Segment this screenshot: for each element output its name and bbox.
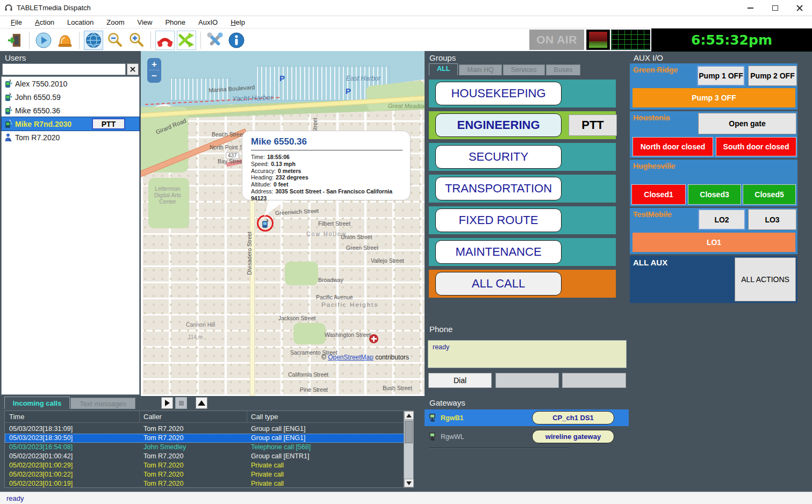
map-view[interactable]: Yacht Harbor East Harbor Great Meadow Ma… — [141, 51, 425, 396]
user-name: Mike R7nd.2030 — [15, 120, 71, 128]
info-button[interactable] — [227, 31, 246, 50]
exit-button[interactable] — [5, 31, 25, 50]
aux-button-lo2[interactable]: LO2 — [698, 209, 745, 230]
zoom-out-button[interactable] — [105, 31, 125, 50]
column-time[interactable]: Time — [9, 413, 24, 421]
phone-blank-button[interactable] — [562, 373, 626, 388]
map-water-label: East Harbor — [346, 75, 380, 82]
tab-text-messages[interactable]: Text messages — [70, 398, 135, 409]
users-search-input[interactable] — [2, 63, 126, 75]
start-button[interactable] — [34, 31, 53, 50]
call-row[interactable]: 05/03/2023[18:31:09]Tom R7.2020Group cal… — [5, 424, 404, 434]
group-button-maintenance[interactable]: MAINTENANCE — [435, 240, 562, 264]
menu-action[interactable]: Action — [28, 17, 61, 27]
aux-button-pump3[interactable]: Pump 3 OFF — [633, 88, 795, 107]
group-ptt-button[interactable]: PTT — [569, 114, 617, 136]
user-row-mike2-selected[interactable]: Mike R7nd.2030 PTT — [2, 117, 139, 131]
map-parking-marker[interactable]: P — [346, 87, 351, 96]
call-row[interactable]: 05/02/2023[01:00:42]Tom R7.2020Group cal… — [5, 452, 404, 461]
aux-button-lo1[interactable]: LO1 — [633, 233, 795, 252]
user-row-john[interactable]: John 6550.59 — [2, 90, 139, 104]
call-time: 05/03/2023[16:54:08] — [9, 443, 73, 451]
column-caller[interactable]: Caller — [143, 413, 162, 421]
scroll-up-button[interactable] — [404, 411, 414, 420]
aux-button-closed3[interactable]: Closed3 — [688, 184, 741, 205]
openstreetmap-link[interactable]: OpenStreetMap — [328, 354, 373, 361]
play-button[interactable] — [161, 397, 173, 409]
calls-scrollbar[interactable] — [404, 411, 413, 487]
scroll-thumb[interactable] — [405, 421, 413, 443]
call-row[interactable]: 05/02/2023[01:00:22]Tom R7.2020Private c… — [5, 470, 404, 479]
zoom-in-button[interactable] — [127, 31, 146, 50]
menu-zoom[interactable]: Zoom — [100, 17, 131, 27]
radio-marker-icon — [261, 219, 270, 228]
aux-button-open-gate[interactable]: Open gate — [698, 113, 796, 134]
call-row[interactable]: 05/03/2023[16:54:08]John SmedleyTelephon… — [5, 443, 404, 452]
map-zoom-in-button[interactable]: + — [148, 59, 161, 70]
group-button-transportation[interactable]: TRANSPORTATION — [435, 177, 562, 200]
gateway-row-rgwwl[interactable]: RgwWL wireline gateway — [425, 428, 629, 445]
map-street-label: Pacific Avenue — [316, 294, 353, 300]
stop-button[interactable] — [175, 397, 187, 409]
groups-tab-all[interactable]: ALL — [429, 63, 458, 75]
phone-call-button[interactable] — [155, 31, 175, 50]
menu-location[interactable]: Location — [61, 17, 100, 27]
call-row-selected[interactable]: 05/03/2023[18:30:50]Tom R7.2020Group cal… — [5, 434, 404, 443]
gateway-button-cp-ch1[interactable]: CP_ch1 DS1 — [532, 411, 614, 424]
user-row-alex[interactable]: Alex 7550.2010 — [2, 77, 139, 90]
groups-tabs: ALL Main HQ Services Buses — [429, 63, 581, 75]
users-search-clear-button[interactable] — [127, 63, 139, 75]
user-row-mike1[interactable]: Mike 6550.36 — [2, 104, 139, 117]
aux-button-north-door[interactable]: North door closed — [633, 137, 713, 156]
tab-incoming-calls[interactable]: Incoming calls — [4, 397, 70, 409]
up-button[interactable] — [196, 397, 207, 409]
gateway-row-rgwb1[interactable]: RgwB1 CP_ch1 DS1 — [425, 409, 629, 426]
group-button-fixed-route[interactable]: FIXED ROUTE — [435, 208, 562, 232]
aux-button-closed5[interactable]: Closed5 — [743, 184, 796, 205]
group-button-all-call[interactable]: ALL CALL — [435, 272, 562, 296]
gateway-button-wireline[interactable]: wireline gateway — [532, 430, 614, 443]
minimize-button[interactable] — [738, 0, 763, 16]
menu-phone[interactable]: Phone — [159, 17, 192, 27]
group-button-housekeeping[interactable]: HOUSEKEEPING — [435, 82, 562, 105]
aux-button-pump1[interactable]: Pump 1 OFF — [697, 66, 745, 86]
column-call-type[interactable]: Call type — [251, 413, 278, 421]
map-street-label: California Street — [288, 371, 328, 378]
crosspatch-button[interactable] — [177, 31, 196, 50]
menu-auxio[interactable]: AuxIO — [192, 17, 224, 27]
map-zoom-out-button[interactable]: − — [148, 70, 161, 82]
aux-button-all-actions[interactable]: ALL ACTIONS — [735, 257, 796, 301]
maximize-button[interactable] — [763, 0, 787, 16]
popup-row-value: 0 meters — [278, 168, 301, 174]
on-air-indicator[interactable]: ON AIR — [529, 30, 584, 50]
map-parking-marker[interactable]: P — [279, 74, 285, 83]
phone-blank-button[interactable] — [495, 373, 559, 388]
alert-button[interactable] — [55, 31, 75, 50]
close-button[interactable] — [787, 0, 812, 16]
aux-button-pump2[interactable]: Pump 2 OFF — [748, 66, 797, 86]
group-button-engineering[interactable]: ENGINEERING — [435, 113, 562, 137]
map-popup-title: Mike 6550.36 — [251, 136, 403, 147]
aux-button-lo3[interactable]: LO3 — [748, 209, 796, 230]
dial-button[interactable]: Dial — [428, 373, 492, 388]
call-row[interactable]: 05/02/2023[01:00:19]Tom R7.2020Private c… — [5, 479, 404, 488]
group-button-security[interactable]: SECURITY — [435, 145, 562, 169]
groups-tab-buses[interactable]: Buses — [546, 64, 581, 75]
phone-status-display[interactable]: ready — [428, 340, 627, 368]
aux-button-south-door[interactable]: South door closed — [716, 137, 796, 156]
map-plus-marker[interactable] — [369, 334, 378, 343]
call-row[interactable]: 05/02/2023[01:00:29]Tom R7.2020Private c… — [5, 461, 404, 470]
map-view-button[interactable] — [84, 31, 103, 50]
map-user-marker[interactable] — [257, 215, 274, 232]
map-street-label: Filbert Street — [318, 220, 350, 227]
menu-view[interactable]: View — [131, 17, 159, 27]
menu-help[interactable]: Help — [224, 17, 251, 27]
user-ptt-button[interactable]: PTT — [92, 118, 125, 129]
user-row-tom[interactable]: Tom R7.2020 — [2, 131, 139, 144]
menu-file[interactable]: File — [4, 17, 28, 27]
aux-button-closed1[interactable]: Closed1 — [631, 184, 686, 205]
scroll-down-button[interactable] — [404, 479, 414, 487]
settings-button[interactable] — [205, 31, 225, 50]
groups-tab-services[interactable]: Services — [503, 64, 545, 75]
groups-tab-main-hq[interactable]: Main HQ — [459, 64, 501, 75]
